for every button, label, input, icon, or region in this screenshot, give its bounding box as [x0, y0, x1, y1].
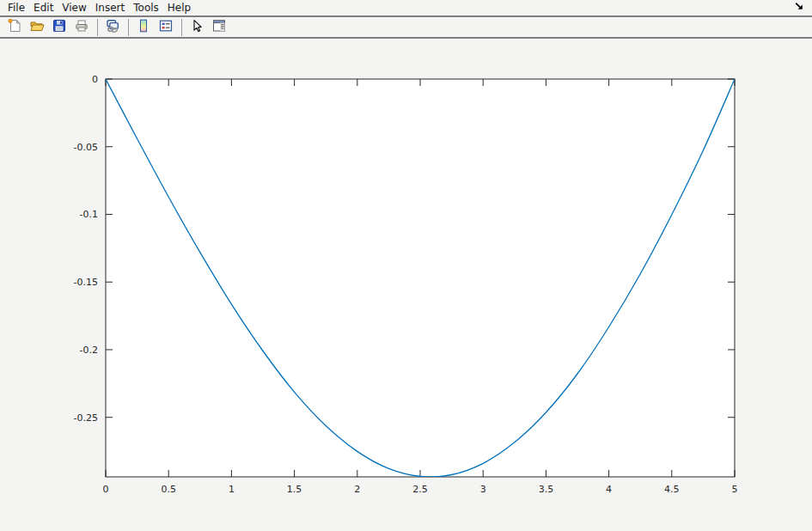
axes-box — [106, 79, 735, 477]
y-tick-label: 0 — [92, 74, 98, 85]
new-figure-button[interactable] — [5, 18, 24, 37]
diagonal-arrow-icon — [794, 1, 804, 14]
toolbar-separator — [181, 19, 182, 36]
menu-bar: File Edit View Insert Tools Help — [0, 0, 812, 17]
x-tick-label: 2 — [354, 484, 360, 495]
x-tick-label: 2.5 — [412, 484, 428, 495]
figure-canvas: 00.511.522.533.544.550-0.05-0.1-0.15-0.2… — [0, 42, 812, 531]
plot-area[interactable]: 00.511.522.533.544.550-0.05-0.1-0.15-0.2… — [0, 42, 812, 531]
x-tick-label: 3 — [480, 484, 486, 495]
dock-button[interactable] — [793, 1, 805, 13]
toolbar-separator — [128, 19, 129, 36]
select-button[interactable] — [187, 18, 206, 37]
menu-item-file[interactable]: File — [3, 0, 29, 15]
open-folder-icon — [29, 18, 45, 36]
new-figure-icon — [7, 18, 22, 36]
menu-item-view[interactable]: View — [58, 0, 90, 15]
x-tick-label: 4.5 — [664, 484, 680, 495]
y-tick-label: -0.2 — [80, 345, 98, 356]
legend-button[interactable] — [156, 18, 175, 37]
x-tick-label: 3.5 — [539, 484, 554, 495]
link-windows-icon — [105, 18, 120, 36]
save-icon — [52, 18, 67, 36]
legend-icon — [158, 18, 174, 36]
colorbar-icon — [136, 18, 151, 36]
link-button[interactable] — [103, 18, 122, 37]
x-tick-label: 0 — [103, 484, 109, 495]
save-button[interactable] — [50, 18, 69, 37]
axes-panel-button[interactable] — [210, 18, 229, 37]
print-icon — [74, 18, 89, 36]
menu-item-edit[interactable]: Edit — [29, 0, 58, 15]
y-tick-label: -0.1 — [80, 209, 98, 220]
toolbar-separator — [97, 19, 98, 36]
y-tick-label: -0.15 — [74, 277, 98, 288]
print-button[interactable] — [72, 18, 91, 37]
x-tick-label: 1.5 — [287, 484, 302, 495]
y-tick-label: -0.25 — [74, 412, 98, 424]
pointer-icon — [189, 18, 205, 36]
x-tick-label: 5 — [732, 484, 738, 495]
x-tick-label: 4 — [606, 484, 612, 495]
menu-item-insert[interactable]: Insert — [91, 0, 129, 15]
axes-panel-icon — [211, 18, 227, 36]
toolbar — [0, 17, 812, 39]
colorbar-button[interactable] — [134, 18, 153, 37]
open-button[interactable] — [27, 18, 46, 37]
x-tick-label: 0.5 — [161, 484, 176, 495]
menu-item-tools[interactable]: Tools — [129, 0, 163, 15]
figure-window: { "window": { "dock_indicator": "diagona… — [0, 0, 812, 531]
x-tick-label: 1 — [229, 484, 235, 495]
y-tick-label: -0.05 — [74, 142, 98, 153]
menu-item-help[interactable]: Help — [163, 0, 195, 15]
